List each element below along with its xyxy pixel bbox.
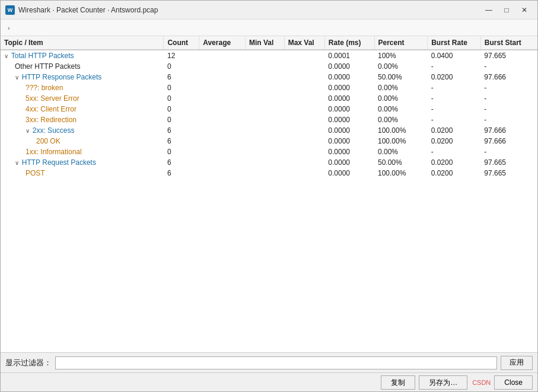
col-header-burstrate: Burst Rate [428, 36, 481, 50]
table-row: ???: broken00.00000.00%-- [1, 82, 537, 93]
cell-count: 6 [164, 136, 199, 146]
cell-burststart: - [480, 93, 537, 104]
col-header-maxval: Max Val [284, 36, 324, 50]
cell-average [199, 168, 246, 179]
cell-burststart: - [480, 146, 537, 157]
cell-topic: 200 OK [1, 136, 164, 146]
save-as-button[interactable]: 另存为… [419, 375, 467, 390]
cell-burstrate: - [428, 146, 481, 157]
row-label: POST [26, 169, 45, 177]
row-toggle-icon[interactable]: ∨ [4, 53, 10, 59]
filter-apply-button[interactable]: 应用 [501, 356, 533, 370]
row-toggle-icon[interactable]: ∨ [15, 160, 21, 166]
cell-topic: ???: broken [1, 82, 164, 93]
cell-burstrate: - [428, 93, 481, 104]
cell-percent: 100% [374, 50, 428, 61]
maximize-button[interactable]: □ [498, 4, 515, 17]
cell-count: 0 [164, 61, 199, 72]
cell-burststart: 97.665 [480, 157, 537, 168]
cell-percent: 100.00% [374, 125, 428, 136]
cell-maxval [284, 82, 324, 93]
cell-maxval [284, 93, 324, 104]
cell-count: 0 [164, 82, 199, 93]
cell-burststart: - [480, 104, 537, 114]
cell-average [199, 104, 246, 114]
row-label: 1xx: Informational [26, 148, 82, 156]
cell-percent: 0.00% [374, 82, 428, 93]
cell-rate: 0.0000 [324, 114, 374, 125]
row-toggle-icon[interactable]: ∨ [26, 128, 31, 134]
cell-burststart: - [480, 61, 537, 72]
table-body: ∨ Total HTTP Packets120.0001100%0.040097… [1, 50, 537, 179]
cell-topic: 4xx: Client Error [1, 104, 164, 114]
cell-minval [245, 104, 284, 114]
cell-topic: POST [1, 168, 164, 179]
cell-percent: 0.00% [374, 61, 428, 72]
packet-counter-table-container: Topic / Item Count Average Min Val Max V… [1, 36, 537, 352]
cell-maxval [284, 157, 324, 168]
cell-burststart: 97.666 [480, 136, 537, 146]
row-label: 4xx: Client Error [26, 105, 77, 113]
cell-percent: 50.00% [374, 157, 428, 168]
cell-percent: 100.00% [374, 136, 428, 146]
copy-button[interactable]: 复制 [381, 375, 415, 390]
cell-burststart: 97.665 [480, 168, 537, 179]
col-header-burststart: Burst Start [480, 36, 537, 50]
cell-rate: 0.0000 [324, 104, 374, 114]
cell-burstrate: - [428, 104, 481, 114]
cell-count: 0 [164, 146, 199, 157]
cell-minval [245, 93, 284, 104]
row-toggle-icon[interactable]: ∨ [15, 74, 21, 81]
cell-maxval [284, 136, 324, 146]
toolbar-chevron-icon[interactable]: › [4, 23, 14, 33]
cell-count: 0 [164, 104, 199, 114]
cell-percent: 0.00% [374, 146, 428, 157]
filter-input[interactable] [55, 356, 497, 369]
cell-minval [245, 72, 284, 82]
cell-maxval [284, 125, 324, 136]
cell-rate: 0.0000 [324, 157, 374, 168]
close-button[interactable]: ✕ [516, 4, 533, 17]
cell-burststart: 97.666 [480, 72, 537, 82]
cell-burstrate: 0.0200 [428, 136, 481, 146]
cell-rate: 0.0000 [324, 146, 374, 157]
table-row: 4xx: Client Error00.00000.00%-- [1, 104, 537, 114]
cell-burstrate: 0.0200 [428, 72, 481, 82]
cell-minval [245, 146, 284, 157]
cell-count: 6 [164, 125, 199, 136]
row-label: 200 OK [36, 137, 61, 145]
cell-topic: 5xx: Server Error [1, 93, 164, 104]
cell-burstrate: - [428, 114, 481, 125]
col-header-rate: Rate (ms) [324, 36, 374, 50]
row-label: Total HTTP Packets [11, 52, 74, 60]
cell-topic: ∨ 2xx: Success [1, 125, 164, 136]
cell-minval [245, 157, 284, 168]
cell-average [199, 82, 246, 93]
table-header-row: Topic / Item Count Average Min Val Max V… [1, 36, 537, 50]
app-icon: W [5, 5, 15, 15]
row-label: ???: broken [26, 84, 63, 92]
main-window: W Wireshark · Packet Counter · Antsword.… [0, 0, 538, 392]
minimize-button[interactable]: — [480, 4, 497, 17]
cell-minval [245, 50, 284, 61]
table-row: ∨ HTTP Request Packets60.000050.00%0.020… [1, 157, 537, 168]
cell-rate: 0.0000 [324, 72, 374, 82]
cell-rate: 0.0000 [324, 168, 374, 179]
cell-count: 0 [164, 114, 199, 125]
cell-count: 12 [164, 50, 199, 61]
col-header-average: Average [199, 36, 246, 50]
row-label: 3xx: Redirection [26, 116, 77, 124]
cell-rate: 0.0000 [324, 61, 374, 72]
col-header-count: Count [164, 36, 199, 50]
cell-topic: ∨ HTTP Response Packets [1, 72, 164, 82]
table-row: 1xx: Informational00.00000.00%-- [1, 146, 537, 157]
cell-burststart: 97.666 [480, 125, 537, 136]
cell-average [199, 50, 246, 61]
cell-minval [245, 114, 284, 125]
close-dialog-button[interactable]: Close [494, 375, 533, 390]
cell-count: 6 [164, 72, 199, 82]
title-bar-buttons: — □ ✕ [480, 4, 533, 17]
table-row: 200 OK60.0000100.00%0.020097.666 [1, 136, 537, 146]
cell-minval [245, 136, 284, 146]
table-row: ∨ 2xx: Success60.0000100.00%0.020097.666 [1, 125, 537, 136]
